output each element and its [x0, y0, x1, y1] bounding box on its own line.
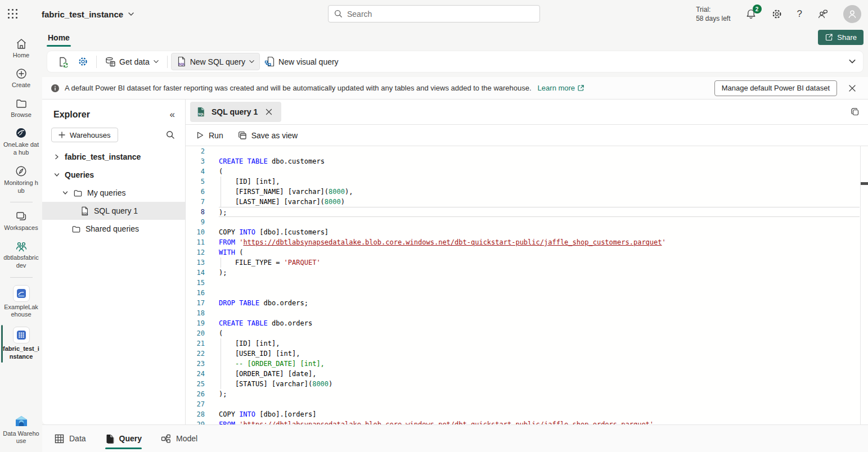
code-line-27[interactable]: 27 [186, 399, 868, 409]
code-line-5[interactable]: 5 [ID] [int], [186, 177, 868, 187]
ribbon-tab-home[interactable]: Home [47, 32, 71, 43]
collapse-explorer-button[interactable]: « [170, 109, 175, 120]
rail-item-fabric-test-instance[interactable]: fabric_test_instance [1, 323, 42, 365]
settings-button[interactable] [771, 8, 782, 20]
code-line-24[interactable]: 24 [ORDER_DATE] [date], [186, 369, 868, 379]
tree-item-my-queries[interactable]: My queries [42, 184, 185, 202]
tab-sql-query-1[interactable]: SQL SQL query 1 [190, 102, 281, 122]
code-line-4[interactable]: 4( [186, 166, 868, 177]
search-input[interactable] [347, 10, 534, 19]
rail-item-dbtlabsfabricdev[interactable]: dbtlabsfabricdev [1, 236, 42, 274]
workspace-name: fabric_test_instance [42, 10, 123, 19]
code-line-20[interactable]: 20( [186, 328, 868, 338]
code-line-19[interactable]: 19CREATE TABLE dbo.orders [186, 318, 868, 328]
sql-code-editor[interactable]: 23CREATE TABLE dbo.customers4(5 [ID] [in… [186, 146, 868, 424]
manage-default-dataset-button[interactable]: Manage default Power BI dataset [714, 80, 837, 96]
person-icon [847, 9, 857, 19]
notifications-button[interactable]: 2 [745, 8, 757, 20]
rail-item-monitoring-hub[interactable]: Monitoring hub [1, 161, 42, 199]
chevron-down-icon [249, 58, 255, 65]
new-sql-query-button[interactable]: SQL New SQL query [171, 53, 260, 70]
code-line-18[interactable]: 18 [186, 308, 868, 318]
global-search[interactable] [328, 5, 540, 22]
code-line-6[interactable]: 6 [FIRST_NAME] [varchar](8000), [186, 187, 868, 197]
get-data-button[interactable]: Get data [100, 53, 164, 70]
app-launcher-waffle-icon[interactable] [0, 0, 26, 28]
close-tab-button[interactable] [263, 106, 275, 117]
rail-item-examplelakehouse[interactable]: ExampleLakehouse [1, 281, 42, 323]
code-line-16[interactable]: 16 [186, 288, 868, 298]
code-line-17[interactable]: 17DROP TABLE dbo.orders; [186, 298, 868, 308]
workspace-people-icon [15, 240, 28, 252]
tree-item-warehouse-root[interactable]: fabric_test_instance [42, 148, 185, 166]
code-line-25[interactable]: 25 [STATUS] [varchar](8000) [186, 379, 868, 389]
rail-item-create[interactable]: Create [1, 64, 42, 93]
code-line-23[interactable]: 23 -- [ORDER_DATE] [int], [186, 359, 868, 369]
code-line-22[interactable]: 22 [USER_ID] [int], [186, 349, 868, 359]
code-line-7[interactable]: 7 [LAST_NAME] [varchar](8000) [186, 197, 868, 207]
code-line-8[interactable]: 8); [186, 207, 868, 217]
ribbon-toolbar: Get data SQL New SQL query New visual qu… [42, 47, 868, 77]
save-view-icon [238, 131, 247, 140]
account-avatar[interactable] [843, 5, 861, 23]
explorer-tree: fabric_test_instance Queries My queries … [42, 148, 185, 238]
code-line-10[interactable]: 10COPY INTO [dbo].[customers] [186, 227, 868, 237]
code-line-3[interactable]: 3CREATE TABLE dbo.customers [186, 156, 868, 166]
rail-item-onelake-data-hub[interactable]: OneLake data hub [1, 123, 42, 161]
code-line-11[interactable]: 11FROM 'https://dbtlabsynapsedatalake.bl… [186, 237, 868, 247]
line-number: 11 [186, 237, 205, 247]
add-warehouses-button[interactable]: Warehouses [51, 128, 118, 142]
tree-item-shared-queries[interactable]: Shared queries [42, 220, 185, 238]
code-line-15[interactable]: 15 [186, 278, 868, 288]
editor-scrollbar[interactable] [860, 146, 868, 424]
rail-item-browse[interactable]: Browse [1, 93, 42, 123]
line-number: 29 [186, 419, 205, 424]
code-line-26[interactable]: 26); [186, 389, 868, 399]
code-line-9[interactable]: 9 [186, 217, 868, 227]
query-document-icon [105, 434, 114, 444]
svg-text:SQL: SQL [82, 211, 89, 215]
explorer-title: Explorer [53, 110, 90, 120]
line-number: 9 [186, 217, 205, 227]
get-data-icon [105, 56, 116, 67]
query-toolbar: Run Save as view [186, 125, 868, 146]
gear-icon [78, 56, 88, 67]
workspace-switcher[interactable]: fabric_test_instance [42, 10, 134, 19]
learn-more-link[interactable]: Learn more [538, 84, 584, 92]
tree-item-sql-query-1[interactable]: SQL SQL query 1 [42, 202, 185, 220]
new-visual-query-button[interactable]: New visual query [260, 53, 343, 70]
line-number: 6 [186, 187, 205, 197]
info-icon [51, 84, 60, 93]
code-line-21[interactable]: 21 [ID] [int], [186, 338, 868, 349]
chevron-down-icon [128, 11, 134, 17]
tab-list-button[interactable] [850, 107, 860, 117]
line-number: 10 [186, 227, 205, 237]
code-line-12[interactable]: 12WITH ( [186, 247, 868, 257]
feedback-button[interactable] [817, 8, 829, 20]
share-icon [825, 33, 833, 42]
explorer-search-icon[interactable] [166, 130, 175, 139]
banner-close-button[interactable] [844, 80, 860, 96]
code-line-13[interactable]: 13 FILE_TYPE = 'PARQUET' [186, 257, 868, 268]
code-line-29[interactable]: 29FROM 'https://dbtlabsynapsedatalake.bl… [186, 419, 868, 424]
rail-item-data-warehouse[interactable]: Data Warehouse [1, 411, 42, 452]
code-line-2[interactable]: 2 [186, 146, 868, 156]
view-tab-model[interactable]: Model [161, 425, 197, 452]
code-line-14[interactable]: 14); [186, 268, 868, 278]
help-button[interactable]: ? [797, 8, 802, 20]
tree-item-queries[interactable]: Queries [42, 166, 185, 184]
rail-item-workspaces[interactable]: Workspaces [1, 206, 42, 236]
share-button[interactable]: Share [818, 30, 863, 45]
run-button[interactable]: Run [196, 131, 223, 140]
view-tab-query[interactable]: Query [105, 425, 142, 452]
line-number: 17 [186, 298, 205, 308]
play-icon [196, 131, 204, 139]
save-as-view-button[interactable]: Save as view [238, 131, 298, 140]
rail-item-home[interactable]: Home [1, 34, 42, 64]
toolbar-settings-button[interactable] [73, 53, 93, 70]
collapse-ribbon-chevron[interactable] [848, 57, 856, 65]
code-line-28[interactable]: 28COPY INTO [dbo].[orders] [186, 409, 868, 419]
view-tab-data[interactable]: Data [55, 425, 86, 452]
plus-circle-icon [15, 67, 28, 80]
refresh-button[interactable] [53, 53, 73, 70]
